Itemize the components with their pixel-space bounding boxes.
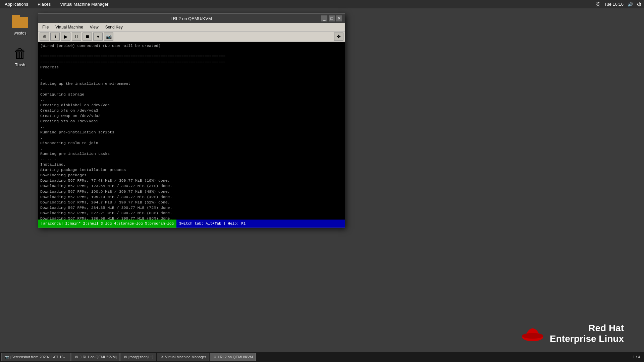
vm-statusbar: [anaconda] 1:main* 2:shell 3:log 4:stora…: [38, 220, 345, 228]
vm-title: LRL2 on QEMU/KVM: [61, 16, 321, 21]
terminal-line: Downloading 567 RPMs, 195.19 MiB / 390.7…: [40, 194, 343, 200]
terminal-line: Creating swap on /dev/vda2: [40, 113, 343, 119]
vm-toolbar-play[interactable]: ▶: [61, 33, 70, 41]
terminal-line: Creating xfs on /dev/vda1: [40, 119, 343, 124]
redhat-hat-icon: [521, 322, 544, 345]
taskbar-lrl1-label: [LRL1 on QEMU/KVM]: [79, 355, 117, 359]
terminal-line: Installing.: [40, 162, 343, 167]
terminal-line: Downloading 567 RPMs, 336.98 MiB / 390.7…: [40, 216, 343, 220]
vmm-menu[interactable]: Virtual Machine Manager: [58, 1, 110, 7]
terminal-line: Setting up the installation environment: [40, 81, 343, 86]
desktop-icon-westos[interactable]: westos: [7, 13, 34, 36]
taskbar-screenshot-label: [Screenshot from 2020-11-07 16-...: [10, 355, 68, 359]
terminal-line: Downloading 567 RPMs, 327.21 MiB / 390.7…: [40, 210, 343, 216]
lang-indicator: 英: [596, 1, 600, 7]
terminal-line: .: [40, 76, 343, 81]
places-menu[interactable]: Places: [36, 1, 53, 7]
vm-menu-virtual-machine[interactable]: Virtual Machine: [53, 24, 86, 30]
vm-toolbar-info[interactable]: ℹ: [50, 33, 60, 41]
vm-window: LRL2 on QEMU/KVM _ □ ✕ File Virtual Mach…: [38, 13, 345, 228]
terminal-line: Starting package installation process: [40, 167, 343, 173]
top-menubar: Applications Places Virtual Machine Mana…: [0, 0, 644, 8]
vm-terminal[interactable]: (Wired (enp1s0) connected) (No user will…: [38, 42, 345, 220]
vm-toolbar-fullscreen[interactable]: ✤: [334, 33, 343, 41]
trash-icon: 🗑: [13, 46, 27, 61]
applications-menu[interactable]: Applications: [3, 1, 30, 7]
terminal-line: Creating xfs on /dev/vda3: [40, 108, 343, 113]
power-icon[interactable]: ⏻: [637, 2, 641, 7]
vm-menu-view[interactable]: View: [87, 24, 101, 30]
vm-toolbar-display[interactable]: 🖥: [40, 33, 49, 41]
status-tabs: [anaconda] 1:main* 2:shell 3:log 4:stora…: [38, 220, 176, 228]
redhat-logo: Red Hat Enterprise Linux: [521, 322, 624, 345]
taskbar-lrl1[interactable]: 🖥 [LRL1 on QEMU/KVM]: [71, 353, 120, 361]
vm-toolbar-dropdown[interactable]: ▾: [93, 33, 103, 41]
vm-toolbar-pause[interactable]: ⏸: [72, 33, 81, 41]
taskbar: 📷 [Screenshot from 2020-11-07 16-... 🖥 […: [0, 352, 644, 362]
vm-toolbar-snapshot[interactable]: 📷: [104, 33, 113, 41]
volume-icon[interactable]: 🔊: [628, 2, 633, 7]
terminal-line: (Wired (enp1s0) connected) (No user will…: [40, 43, 343, 49]
terminal-line: Downloading packages: [40, 173, 343, 178]
taskbar-workspace: 1 / 4: [633, 355, 640, 359]
folder-icon: [12, 15, 28, 28]
terminal-line: .: [40, 86, 343, 92]
vm-menu-file[interactable]: File: [40, 24, 51, 30]
terminal-line: ========================================…: [40, 59, 343, 65]
terminal-line: Running pre-installation tasks: [40, 151, 343, 157]
taskbar-screenshot[interactable]: 📷 [Screenshot from 2020-11-07 16-...: [1, 353, 71, 361]
terminal-line: Downloading 567 RPMs, 77.48 MiB / 390.77…: [40, 178, 343, 183]
taskbar-lrl2-icon: 🖥: [213, 355, 216, 359]
terminal-line: ========================================…: [40, 54, 343, 59]
terminal-line: Running pre-installation scripts: [40, 130, 343, 135]
taskbar-vmm-label: Virtual Machine Manager: [165, 355, 206, 359]
taskbar-lrl1-icon: 🖥: [74, 355, 78, 359]
taskbar-lrl2[interactable]: 🖥 LRL2 on QEMU/KVM: [210, 353, 256, 361]
taskbar-lrl2-label: LRL2 on QEMU/KVM: [218, 355, 253, 359]
vm-maximize-button[interactable]: □: [329, 15, 335, 21]
taskbar-screenshot-icon: 📷: [4, 355, 9, 359]
terminal-line: Downloading 567 RPMs, 123.64 MiB / 390.7…: [40, 183, 343, 189]
terminal-line: Creating disklabel on /dev/vda: [40, 103, 343, 108]
vm-toolbar: 🖥 ℹ ▶ ⏸ ⏹ ▾ 📷 ✤: [38, 31, 345, 42]
clock: Tue 16:16: [604, 2, 624, 7]
redhat-text-line1: Red Hat: [550, 323, 624, 334]
vm-menu-send-key[interactable]: Send Key: [103, 24, 125, 30]
terminal-line: Configuring storage: [40, 92, 343, 97]
taskbar-root[interactable]: 🖥 [root@zhenji ~]: [120, 353, 156, 361]
vm-toolbar-stop[interactable]: ⏹: [83, 33, 92, 41]
terminal-line: Downloading 567 RPMs, 284.35 MiB / 390.7…: [40, 205, 343, 210]
terminal-line: [40, 49, 343, 54]
taskbar-vmm-icon: 🖥: [160, 355, 164, 359]
status-help: Switch tab: Alt+Tab | Help: F1: [176, 220, 345, 228]
vm-menubar: File Virtual Machine View Send Key: [38, 23, 345, 31]
terminal-line: .: [40, 146, 343, 151]
taskbar-vmm[interactable]: 🖥 Virtual Machine Manager: [157, 353, 209, 361]
vm-minimize-button[interactable]: _: [321, 15, 327, 21]
redhat-text-line2: Enterprise Linux: [550, 334, 624, 344]
desktop-icon-trash-label: Trash: [15, 63, 25, 67]
desktop-icon-trash[interactable]: 🗑 Trash: [7, 45, 34, 67]
taskbar-root-icon: 🖥: [123, 355, 127, 359]
terminal-line: Downloading 567 RPMs, 190.9 MiB / 390.77…: [40, 189, 343, 194]
terminal-line: Downloading 567 RPMs, 204.7 MiB / 390.77…: [40, 200, 343, 205]
terminal-line: .: [40, 135, 343, 140]
terminal-line: ..: [40, 97, 343, 103]
svg-point-1: [522, 333, 543, 339]
taskbar-root-label: [root@zhenji ~]: [128, 355, 153, 359]
vm-titlebar: LRL2 on QEMU/KVM _ □ ✕: [38, 14, 345, 23]
terminal-line: [40, 70, 343, 75]
terminal-line: Discovering realm to join: [40, 140, 343, 146]
vm-close-button[interactable]: ✕: [336, 15, 342, 21]
terminal-line: ..: [40, 124, 343, 129]
desktop-icon-westos-label: westos: [14, 31, 26, 36]
terminal-line: Progress: [40, 65, 343, 70]
terminal-line: .......: [40, 157, 343, 162]
